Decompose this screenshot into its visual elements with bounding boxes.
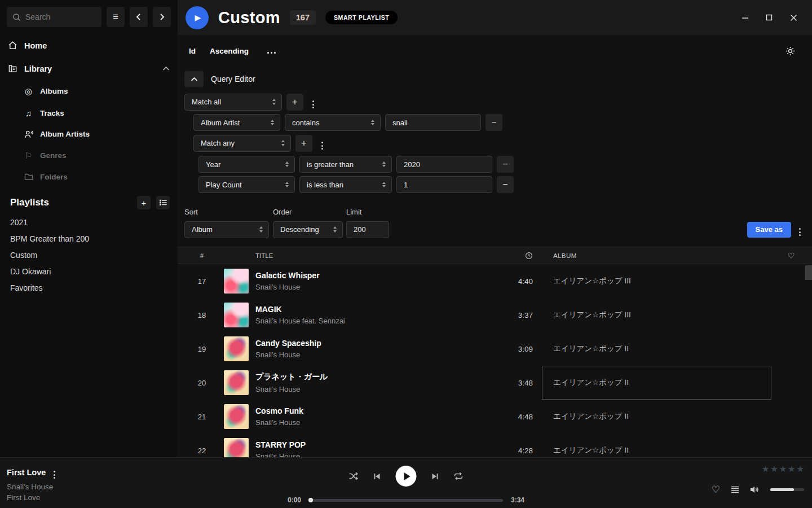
column-duration[interactable] bbox=[484, 252, 535, 260]
rule-group-menu-button[interactable] bbox=[308, 93, 319, 111]
search-input[interactable] bbox=[25, 12, 96, 21]
settings-button[interactable] bbox=[781, 44, 800, 58]
now-playing-album: First Love bbox=[7, 493, 56, 502]
queue-icon bbox=[731, 486, 739, 493]
match-type-select[interactable]: Match all bbox=[184, 94, 282, 111]
seek-slider[interactable] bbox=[309, 499, 503, 502]
table-row[interactable]: 19 Candy SpaceshipSnail’s House 3:09 エイリ… bbox=[178, 332, 812, 366]
play-pause-button[interactable] bbox=[396, 466, 417, 487]
plus-icon: + bbox=[301, 138, 306, 148]
select-arrows-icon bbox=[272, 99, 276, 105]
rating-star[interactable]: ★ bbox=[770, 465, 778, 473]
volume-button[interactable] bbox=[750, 485, 760, 494]
track-artist: Snail’s House bbox=[255, 351, 478, 359]
track-options-button[interactable] bbox=[52, 465, 56, 480]
sidebar-item-home[interactable]: Home bbox=[0, 34, 178, 57]
queue-button[interactable] bbox=[731, 486, 739, 493]
maximize-button[interactable] bbox=[763, 11, 775, 24]
nav-back-button[interactable] bbox=[130, 7, 148, 27]
column-title[interactable]: TITLE bbox=[255, 252, 478, 259]
sort-select[interactable]: Album bbox=[184, 221, 269, 238]
group-menu-button[interactable] bbox=[317, 134, 328, 152]
play-icon: ▶ bbox=[195, 13, 201, 22]
remove-rule-button[interactable]: − bbox=[486, 114, 502, 131]
rule-field-select[interactable]: Year bbox=[198, 156, 295, 173]
rule-operator-select[interactable]: contains bbox=[285, 114, 381, 131]
select-arrows-icon bbox=[259, 226, 263, 233]
shuffle-button[interactable] bbox=[349, 472, 359, 480]
rating-star[interactable]: ★ bbox=[779, 465, 787, 473]
minimize-button[interactable] bbox=[739, 11, 751, 24]
query-menu-button[interactable] bbox=[795, 221, 805, 238]
sidebar-item-library[interactable]: Library bbox=[0, 57, 178, 80]
select-arrows-icon bbox=[281, 140, 285, 146]
table-row[interactable]: 22 STARRY POPSnail’s House 4:28 エイリアン☆ポッ… bbox=[178, 433, 812, 457]
table-row[interactable]: 17 Galactic WhisperSnail’s House 4:40 エイ… bbox=[178, 264, 812, 298]
playlist-item[interactable]: Favorites bbox=[0, 279, 178, 296]
sidebar-item-genres[interactable]: ⚐ Genres bbox=[0, 144, 178, 167]
rule-value-input[interactable] bbox=[396, 176, 492, 193]
rule-field-select[interactable]: Play Count bbox=[198, 176, 295, 193]
favorite-button[interactable]: ♡ bbox=[712, 484, 720, 496]
add-playlist-button[interactable]: + bbox=[137, 196, 151, 209]
previous-icon bbox=[373, 472, 381, 480]
column-favorite[interactable]: ♡ bbox=[778, 251, 804, 260]
rating-star[interactable]: ★ bbox=[797, 465, 804, 473]
playlist-list-button[interactable] bbox=[156, 196, 170, 209]
rating-star[interactable]: ★ bbox=[788, 465, 795, 473]
rule-operator-select[interactable]: is less than bbox=[299, 176, 392, 193]
table-row[interactable]: 20 プラネット・ガールSnail’s House 3:48 エイリアン☆ポップ… bbox=[178, 366, 812, 400]
kebab-icon bbox=[799, 228, 801, 236]
scrollbar-thumb[interactable] bbox=[805, 265, 812, 280]
sidebar-item-album-artists[interactable]: Album Artists bbox=[0, 124, 178, 144]
remove-rule-button[interactable]: − bbox=[497, 156, 514, 173]
sidebar-item-albums[interactable]: ◎ Albums bbox=[0, 80, 178, 102]
table-row[interactable]: 18 MAGIKSnail’s House feat. Sennzai 3:37… bbox=[178, 298, 812, 332]
sidebar-item-folders[interactable]: Folders bbox=[0, 167, 178, 187]
search-box[interactable] bbox=[7, 7, 102, 27]
rule-value-input[interactable] bbox=[396, 156, 492, 173]
playlist-item[interactable]: DJ Okawari bbox=[0, 263, 178, 279]
playlist-item[interactable]: 2021 bbox=[0, 214, 178, 230]
previous-button[interactable] bbox=[373, 472, 381, 480]
close-button[interactable] bbox=[787, 11, 800, 24]
rating-star[interactable]: ★ bbox=[762, 465, 769, 473]
next-button[interactable] bbox=[431, 472, 439, 480]
sort-order-button[interactable]: Ascending bbox=[210, 47, 249, 55]
group-match-type-select[interactable]: Match any bbox=[193, 135, 291, 152]
collapse-query-editor-button[interactable] bbox=[184, 71, 204, 87]
nav-forward-button[interactable] bbox=[153, 7, 171, 27]
kebab-icon bbox=[321, 142, 323, 150]
track-album: エイリアン☆ポップ II bbox=[542, 332, 771, 366]
column-index[interactable]: # bbox=[187, 252, 217, 259]
sort-label: Sort bbox=[184, 208, 273, 216]
add-group-rule-button[interactable]: + bbox=[295, 135, 312, 152]
menu-button[interactable]: ≡ bbox=[107, 7, 125, 27]
player-bar: First Love Snail’s House First Love 0:00 bbox=[0, 457, 812, 508]
track-artist: Snail’s House bbox=[255, 452, 478, 457]
table-row[interactable]: 21 Cosmo FunkSnail’s House 4:48 エイリアン☆ポッ… bbox=[178, 400, 812, 433]
sort-field-button[interactable]: Id bbox=[189, 47, 196, 55]
rule-field-select[interactable]: Album Artist bbox=[193, 114, 280, 131]
rule-value-input[interactable] bbox=[385, 114, 481, 131]
repeat-button[interactable] bbox=[454, 472, 464, 480]
track-album-focused-cell[interactable]: エイリアン☆ポップ II bbox=[542, 366, 771, 400]
volume-slider[interactable] bbox=[770, 488, 804, 491]
order-select[interactable]: Descending bbox=[273, 221, 343, 238]
playlist-item[interactable]: Custom bbox=[0, 247, 178, 263]
column-album[interactable]: ALBUM bbox=[542, 252, 771, 259]
rule-operator-select[interactable]: is greater than bbox=[299, 156, 392, 173]
save-as-button[interactable]: Save as bbox=[747, 222, 791, 238]
seek-handle[interactable] bbox=[308, 498, 313, 502]
add-rule-button[interactable]: + bbox=[286, 94, 303, 111]
play-playlist-button[interactable]: ▶ bbox=[186, 6, 209, 29]
remove-rule-button[interactable]: − bbox=[497, 176, 514, 193]
playlist-item[interactable]: BPM Greater than 200 bbox=[0, 230, 178, 247]
sidebar-item-tracks[interactable]: ♫ Tracks bbox=[0, 102, 178, 124]
tracks-icon: ♫ bbox=[24, 108, 33, 118]
limit-input[interactable] bbox=[346, 221, 389, 238]
kebab-icon bbox=[312, 100, 314, 108]
select-arrows-icon bbox=[271, 120, 274, 126]
toolbar-more-button[interactable] bbox=[263, 45, 280, 58]
hamburger-icon: ≡ bbox=[113, 11, 118, 23]
